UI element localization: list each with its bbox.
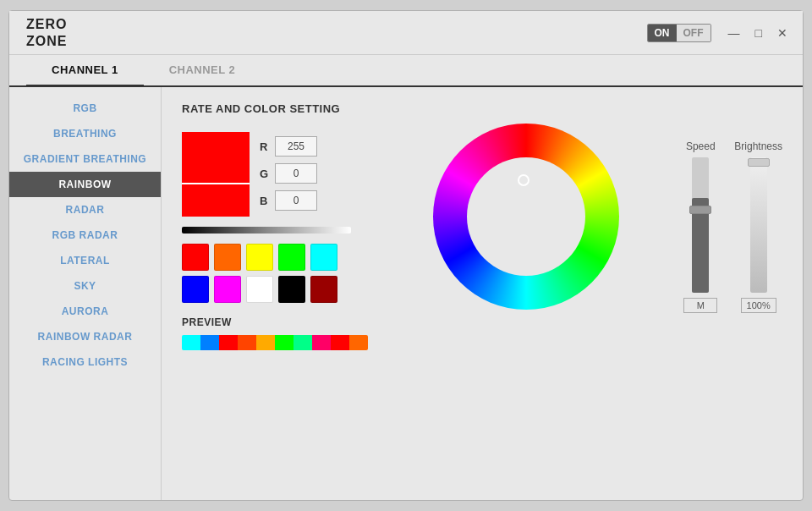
palette-color-1[interactable]	[214, 244, 241, 271]
palette-color-2[interactable]	[246, 244, 273, 271]
preview-section: PREVIEW	[182, 316, 368, 350]
color-box-top	[182, 132, 250, 183]
preview-segment-1	[200, 335, 219, 350]
brightness-value: 100%	[741, 298, 776, 313]
preview-label: PREVIEW	[182, 316, 368, 328]
speed-slider-thumb[interactable]	[689, 206, 711, 214]
power-off-button[interactable]: OFF	[677, 25, 710, 41]
title-bar: ZERO ZONE ON OFF — □ ✕	[9, 11, 803, 55]
palette-color-4[interactable]	[310, 244, 337, 271]
preview-segment-4	[256, 335, 275, 350]
r-input[interactable]	[275, 136, 317, 157]
preview-segment-6	[294, 335, 312, 350]
color-strip[interactable]	[182, 227, 351, 234]
brightness-slider-group: Brightness 100%	[734, 140, 782, 313]
tab-channel2[interactable]: CHANNEL 2	[144, 55, 261, 87]
power-toggle[interactable]: ON OFF	[647, 24, 711, 42]
preview-segment-9	[349, 335, 368, 350]
b-label: B	[260, 195, 270, 207]
preview-segment-3	[238, 335, 256, 350]
r-label: R	[260, 140, 270, 153]
main-window: ZERO ZONE ON OFF — □ ✕ CHANNEL 1 CHANNEL…	[8, 10, 804, 501]
brightness-slider-track[interactable]	[750, 157, 767, 293]
sidebar-item-rainbow[interactable]: RAINBOW	[9, 172, 161, 197]
color-wheel-container	[381, 124, 670, 310]
speed-slider-group: Speed M	[683, 140, 717, 313]
section-title: RATE AND COLOR SETTING	[182, 102, 782, 115]
b-row: B	[260, 190, 317, 211]
preview-segment-7	[312, 335, 331, 350]
sidebar: RGB BREATHING GRADIENT BREATHING RAINBOW…	[9, 87, 162, 500]
color-box-bottom	[182, 183, 250, 217]
palette-color-5[interactable]	[182, 276, 209, 303]
sidebar-item-gradient-breathing[interactable]: GRADIENT BREATHING	[9, 146, 161, 172]
palette-color-0[interactable]	[182, 244, 209, 271]
palette-color-8[interactable]	[278, 276, 305, 303]
power-on-button[interactable]: ON	[648, 25, 677, 41]
color-palette	[182, 244, 368, 303]
sidebar-item-radar[interactable]: RADAR	[9, 197, 161, 223]
g-row: G	[260, 163, 317, 184]
speed-label: Speed	[686, 140, 716, 152]
speed-value: M	[683, 298, 717, 313]
close-button[interactable]: ✕	[774, 25, 791, 41]
sidebar-item-lateral[interactable]: LATERAL	[9, 248, 161, 273]
sidebar-item-aurora[interactable]: AURORA	[9, 299, 161, 324]
sidebar-item-breathing[interactable]: BREATHING	[9, 121, 161, 146]
left-column: R G B	[182, 132, 368, 350]
color-preview	[182, 132, 250, 217]
preview-segment-8	[331, 335, 349, 350]
brightness-slider-fill	[750, 157, 767, 293]
palette-color-9[interactable]	[310, 276, 337, 303]
sidebar-item-sky[interactable]: SKY	[9, 273, 161, 299]
r-row: R	[260, 136, 317, 157]
g-label: G	[260, 168, 270, 180]
brightness-slider-thumb[interactable]	[748, 158, 770, 167]
g-input[interactable]	[275, 163, 317, 184]
sidebar-item-rgb[interactable]: RGB	[9, 96, 161, 121]
palette-color-6[interactable]	[214, 276, 241, 303]
palette-color-3[interactable]	[278, 244, 305, 271]
content-area: RATE AND COLOR SETTING R	[162, 87, 803, 500]
app-logo: ZERO ZONE	[26, 16, 67, 48]
main-content: RGB BREATHING GRADIENT BREATHING RAINBOW…	[9, 87, 803, 500]
b-input[interactable]	[275, 190, 317, 211]
palette-color-7[interactable]	[246, 276, 273, 303]
preview-segment-2	[219, 335, 238, 350]
tab-channel1[interactable]: CHANNEL 1	[26, 55, 144, 87]
sidebar-item-racing-lights[interactable]: RACING LIGHTS	[9, 349, 161, 375]
maximize-button[interactable]: □	[752, 25, 765, 41]
sidebar-item-rgb-radar[interactable]: RGB RADAR	[9, 223, 161, 248]
window-controls: — □ ✕	[725, 25, 791, 41]
color-wheel-conic[interactable]	[433, 124, 619, 310]
minimize-button[interactable]: —	[725, 25, 743, 41]
channel-tabs: CHANNEL 1 CHANNEL 2	[9, 55, 803, 87]
sliders-area: Speed M Brightness	[683, 132, 782, 313]
preview-segment-0	[182, 335, 200, 350]
brightness-label: Brightness	[734, 140, 782, 152]
color-wheel-indicator	[518, 174, 529, 186]
rgb-inputs: R G B	[260, 132, 317, 211]
speed-slider-track[interactable]	[692, 157, 709, 293]
color-wheel-wrapper	[433, 124, 619, 310]
preview-bar	[182, 335, 368, 350]
sidebar-item-rainbow-radar[interactable]: RAINBOW RADAR	[9, 324, 161, 349]
preview-segment-5	[275, 335, 294, 350]
